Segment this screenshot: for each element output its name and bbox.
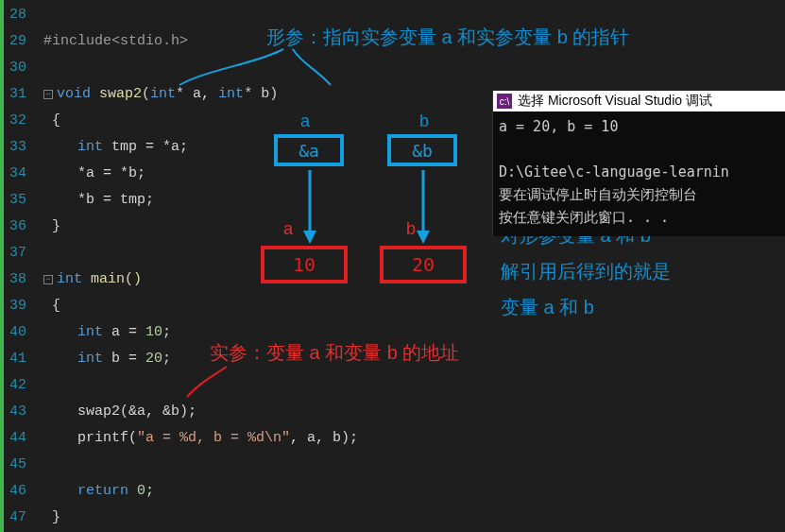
line-number: 45: [9, 452, 26, 478]
line-number: 32: [9, 108, 26, 134]
type: int: [218, 86, 244, 102]
addr-a-box: &a: [274, 134, 344, 166]
fold-icon[interactable]: −: [43, 275, 53, 284]
line-number: 28: [9, 2, 26, 28]
line-number: 35: [9, 187, 26, 214]
console-line: D:\Gitee\c-language-learnin: [499, 163, 729, 180]
stmt: b =: [103, 351, 145, 367]
line-number: 34: [9, 161, 26, 187]
preproc: #include: [43, 33, 111, 49]
param: * b): [244, 86, 278, 102]
keyword: return: [77, 483, 128, 499]
number: 10: [145, 324, 162, 340]
console-title-text: 选择 Microsoft Visual Studio 调试: [518, 93, 712, 110]
line-number: 47: [9, 505, 26, 531]
brace: {: [52, 298, 60, 314]
line-number: 33: [9, 134, 26, 161]
stmt: swap2(&a, &b);: [43, 403, 196, 420]
line-number: 38: [9, 266, 26, 293]
code-line: }: [43, 505, 785, 531]
line-number: 37: [9, 240, 26, 266]
console-line: 按任意键关闭此窗口. . .: [499, 209, 669, 226]
line-number: 40: [9, 319, 26, 346]
fold-icon[interactable]: −: [43, 90, 53, 99]
keyword: int: [57, 271, 82, 287]
brace: }: [52, 509, 60, 525]
line-number: 43: [9, 399, 26, 425]
annotation-explain-2: 解引用后得到的就是: [501, 259, 671, 284]
svg-marker-1: [303, 231, 316, 244]
punct: (: [142, 86, 150, 102]
code-line: return 0;: [43, 478, 785, 505]
arrow-curve-icon: [151, 45, 340, 88]
line-number: 42: [9, 372, 26, 399]
addr-b-box: &b: [387, 134, 457, 166]
stmt: a =: [103, 324, 145, 340]
console-output: a = 20, b = 10 D:\Gitee\c-language-learn…: [493, 112, 785, 236]
code-line: {: [43, 293, 785, 319]
arrow-down-icon: [300, 170, 323, 246]
param: * a,: [176, 86, 218, 102]
type: int: [150, 86, 176, 102]
line-number: 36: [9, 214, 26, 240]
brace: }: [52, 218, 60, 234]
stmt: , a, b);: [290, 430, 358, 446]
code-line: printf("a = %d, b = %d\n", a, b);: [43, 425, 785, 452]
type: int: [77, 351, 103, 367]
function-name: swap2: [99, 86, 142, 102]
console-titlebar[interactable]: c:\ 选择 Microsoft Visual Studio 调试: [493, 91, 785, 112]
line-number: 29: [9, 28, 26, 55]
type: int: [77, 139, 103, 155]
arrow-red-icon: [179, 365, 236, 403]
console-line: a = 20, b = 10: [499, 118, 618, 135]
line-number: 44: [9, 425, 26, 452]
number: 20: [145, 351, 162, 367]
line-number-gutter: 28 29 30 31 32 33 34 35 36 37 38 39 40 4…: [4, 0, 36, 532]
function-name: main(): [82, 271, 142, 287]
code-line: swap2(&a, &b);: [43, 399, 785, 425]
stmt: tmp = *a;: [103, 139, 188, 155]
code-line: [43, 452, 785, 478]
annotation-actual-param: 实参：变量 a 和变量 b 的地址: [210, 340, 459, 366]
label-a-top: a: [300, 112, 310, 131]
line-number: 30: [9, 55, 26, 81]
vs-icon: c:\: [497, 94, 512, 109]
string: "a = %d, b = %d\n": [137, 430, 290, 446]
console-window: c:\ 选择 Microsoft Visual Studio 调试 a = 20…: [492, 91, 785, 236]
annotation-explain-3: 变量 a 和 b: [501, 295, 594, 320]
val-a-box: 10: [261, 246, 348, 283]
line-number: 39: [9, 293, 26, 319]
stmt: printf(: [43, 430, 137, 446]
console-line: 要在调试停止时自动关闭控制台: [499, 186, 697, 203]
stmt: *b = tmp;: [43, 192, 154, 208]
svg-marker-3: [417, 231, 430, 244]
number: 0: [137, 483, 145, 499]
line-number: 46: [9, 478, 26, 505]
brace: {: [52, 112, 60, 129]
type: int: [77, 324, 103, 340]
val-b-box: 20: [380, 246, 467, 283]
line-number: 41: [9, 346, 26, 372]
keyword: void: [57, 86, 91, 102]
line-number: 31: [9, 81, 26, 108]
label-b-top: b: [419, 112, 429, 131]
code-line: [43, 372, 785, 399]
annotation-formal-param: 形参：指向实参变量 a 和实参变量 b 的指针: [266, 25, 629, 50]
label-a-mid: a: [283, 219, 293, 239]
stmt: *a = *b;: [43, 165, 145, 181]
arrow-down-icon: [414, 170, 436, 246]
label-b-mid: b: [406, 219, 416, 239]
